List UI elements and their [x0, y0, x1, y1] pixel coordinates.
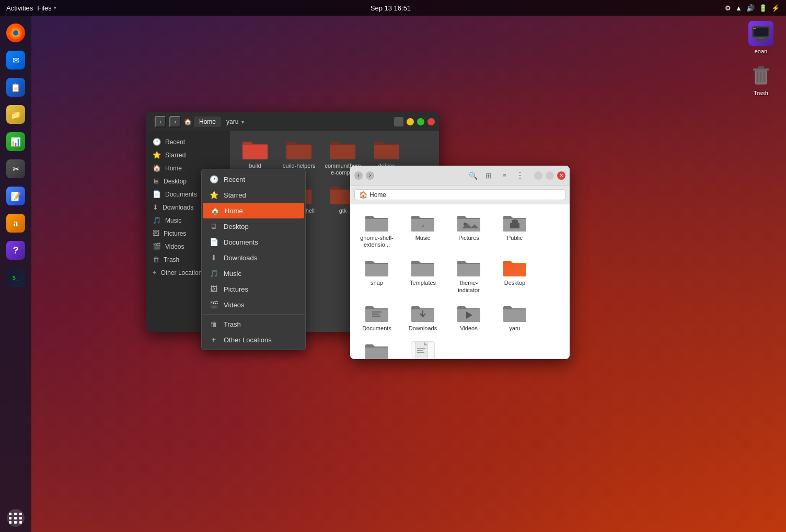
dock-firefox[interactable]: [4, 21, 28, 45]
files-menu[interactable]: Files ▾: [37, 4, 56, 12]
folder-videos-front[interactable]: Videos: [448, 301, 489, 334]
desktop-icon-trash[interactable]: Trash: [744, 63, 778, 96]
dropdown-starred[interactable]: ⭐ Starred: [202, 187, 305, 203]
folder-theme-indicator-icon: [457, 258, 481, 277]
datetime: Sep 13 16:51: [371, 4, 411, 12]
dock-thunderbird[interactable]: ✉: [4, 48, 28, 72]
bg-minimize-button[interactable]: [407, 118, 414, 125]
sidebar-item-recent[interactable]: 🕐 Recent: [146, 135, 230, 148]
folder-debian-icon: [373, 137, 400, 160]
front-back-button[interactable]: ‹: [354, 171, 363, 180]
svg-rect-26: [417, 352, 424, 353]
dropdown-trash[interactable]: 🗑 Trash: [202, 316, 305, 332]
folder-downloads-front-label: Downloads: [409, 325, 437, 332]
tray-settings[interactable]: ⚡: [771, 4, 780, 12]
bg-maximize-button[interactable]: [417, 118, 424, 125]
starred-label: Starred: [165, 152, 186, 159]
calc-icon: 📊: [6, 132, 25, 151]
dropdown-starred-label: Starred: [224, 191, 246, 199]
front-view-button[interactable]: ⊞: [482, 169, 495, 182]
folder-snap-label: snap: [371, 280, 383, 286]
folder-gnome-shell-ext[interactable]: gnome-shell-extensio...: [356, 211, 397, 250]
folder-desktop-front-icon: [503, 258, 527, 277]
dock-files[interactable]: 📁: [4, 102, 28, 126]
dropdown-videos-label: Videos: [224, 301, 245, 309]
bg-path[interactable]: Home: [194, 117, 221, 127]
tray-battery[interactable]: 🔋: [759, 4, 767, 12]
svg-rect-21: [372, 316, 380, 317]
front-close-button[interactable]: ✕: [557, 171, 565, 180]
desktop-label: Desktop: [164, 178, 187, 185]
activities-button[interactable]: Activities: [6, 4, 33, 12]
desktop-icon-eoan[interactable]: eoan: [744, 21, 778, 54]
dock-writer[interactable]: 📝: [4, 184, 28, 208]
folder-public[interactable]: Public: [494, 211, 535, 250]
dock-screenshot[interactable]: ✂: [4, 157, 28, 181]
file-examples-desktop[interactable]: examples.desktop: [402, 339, 443, 359]
dock-amazon[interactable]: a: [4, 211, 28, 235]
app-grid-button[interactable]: [7, 509, 25, 527]
tray-volume[interactable]: 🔊: [746, 4, 755, 12]
pictures-icon: 🖼: [153, 229, 159, 237]
pictures-label: Pictures: [164, 230, 186, 237]
svg-rect-20: [372, 314, 379, 315]
downloads-label: Downloads: [163, 204, 193, 211]
bg-window-controls: [394, 117, 435, 126]
folder-pictures-icon: [457, 213, 481, 233]
folder-yaya-front[interactable]: yaya: [356, 339, 397, 359]
folder-templates[interactable]: Templates: [402, 256, 443, 295]
dock-notes[interactable]: 📋: [4, 75, 28, 99]
folder-desktop-front[interactable]: Desktop: [494, 256, 535, 295]
dropdown-recent[interactable]: 🕐 Recent: [202, 171, 305, 187]
bg-view-toggle[interactable]: [394, 117, 403, 126]
dropdown-pictures[interactable]: 🖼 Pictures: [202, 281, 305, 297]
bg-back-button[interactable]: ‹: [155, 116, 166, 128]
dock-terminal[interactable]: $_: [4, 265, 28, 290]
dropdown-downloads[interactable]: ⬇ Downloads: [202, 250, 305, 265]
dock-calc[interactable]: 📊: [4, 130, 28, 154]
yaru-label: yaru: [226, 118, 238, 125]
bg-forward-button[interactable]: ›: [169, 116, 181, 128]
sidebar-item-starred[interactable]: ⭐ Starred: [146, 148, 230, 161]
dock-help[interactable]: ?: [4, 238, 28, 262]
folder-documents-front[interactable]: Documents: [356, 301, 397, 334]
dropdown-home[interactable]: 🏠 Home: [203, 203, 304, 218]
topbar: Activities Files ▾ Sep 13 16:51 ⚙ ▲ 🔊 🔋 …: [0, 0, 786, 16]
yaru-dropdown-arrow[interactable]: ▾: [241, 119, 244, 125]
dropdown-videos[interactable]: 🎬 Videos: [202, 297, 305, 313]
front-forward-button[interactable]: ›: [366, 171, 374, 180]
front-path-display[interactable]: 🏠 Home: [354, 189, 565, 200]
documents-label: Documents: [165, 191, 197, 198]
dropdown-music[interactable]: 🎵 Music: [202, 265, 305, 281]
bg-close-button[interactable]: [427, 118, 435, 125]
trash-sidebar-icon: 🗑: [153, 256, 159, 263]
folder-music[interactable]: ♪ Music: [402, 211, 443, 250]
dropdown-pictures-label: Pictures: [224, 285, 248, 293]
amazon-icon: a: [6, 214, 25, 233]
yaru-path[interactable]: yaru ▾: [226, 118, 244, 125]
front-list-view-button[interactable]: ≡: [498, 169, 511, 182]
folder-gnome-shell-ext-label: gnome-shell-extensio...: [359, 235, 395, 248]
dropdown-other-locations[interactable]: + Other Locations: [202, 332, 305, 348]
folder-downloads-front[interactable]: Downloads: [402, 301, 443, 334]
tray-network[interactable]: ▲: [735, 4, 742, 12]
front-maximize-button[interactable]: [546, 171, 554, 180]
front-minimize-button[interactable]: [534, 171, 542, 180]
music-label: Music: [165, 217, 181, 224]
dropdown-documents[interactable]: 📄 Documents: [202, 234, 305, 250]
front-search-button[interactable]: 🔍: [466, 169, 480, 182]
dropdown-separator: [202, 314, 305, 315]
folder-theme-indicator[interactable]: theme-indicator: [448, 256, 489, 295]
folder-snap[interactable]: snap: [356, 256, 397, 295]
front-fm-body: gnome-shell-extensio... ♪ Music: [350, 204, 570, 359]
firefox-icon: [6, 24, 25, 42]
dock: ✉ 📋 📁 📊 ✂ 📝 a ? $_: [0, 16, 31, 532]
folder-yaru-front[interactable]: yaru: [494, 301, 535, 334]
tray-power[interactable]: ⚙: [725, 4, 731, 12]
dropdown-recent-label: Recent: [224, 176, 245, 183]
starred-icon: ⭐: [153, 151, 161, 159]
documents-icon: 📄: [153, 190, 161, 198]
dropdown-desktop[interactable]: 🖥 Desktop: [202, 218, 305, 234]
front-menu-button[interactable]: ⋮: [513, 169, 527, 182]
folder-pictures[interactable]: Pictures: [448, 211, 489, 250]
